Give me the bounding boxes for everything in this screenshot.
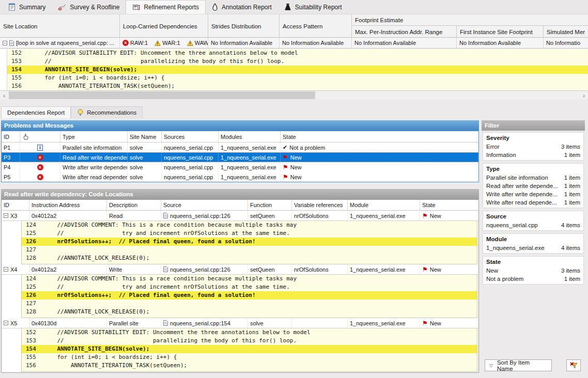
code-line-128: 128 //ANNOTATE_LOCK_RELEASE(0);: [22, 254, 477, 262]
filter-item-label: Not a problem: [486, 276, 523, 282]
location-state: New: [420, 318, 478, 328]
problem-severity-cell: [20, 172, 60, 182]
code-line-153: 153 // parallelizing the body of this fo…: [22, 337, 477, 345]
filter-item-label: Read after write depende...: [486, 183, 558, 189]
collapse-X4-button[interactable]: [4, 267, 8, 272]
line-number: 153: [7, 57, 31, 66]
sort-by-item-name-button[interactable]: Sort By Item Name: [485, 359, 552, 371]
col-max-per-instruction-addr-range[interactable]: Max. Per-Instruction Addr. Range: [352, 26, 457, 38]
problem-state: Not a problem: [281, 143, 478, 152]
col-loop-carried-dependencies[interactable]: Loop-Carried Dependencies: [120, 14, 208, 38]
code-text: //ADVISOR SUITABILITY EDIT: Uncomment th…: [43, 328, 311, 337]
filter-item-label: Write after write depende...: [486, 191, 558, 197]
code-text: //ANNOTATE_LOCK_RELEASE(0);: [43, 308, 149, 316]
problem-source: nqueens_serial.cpp: [162, 172, 219, 182]
problem-site-name: solve: [128, 152, 162, 162]
horizontal-scrollbar[interactable]: ‹ ›: [0, 91, 588, 100]
col-id[interactable]: ID: [2, 131, 20, 142]
col-site-name[interactable]: Site Name: [128, 131, 162, 142]
col-access-pattern[interactable]: Access Pattern: [280, 14, 352, 38]
filter-item-information[interactable]: Information1 item: [483, 151, 583, 159]
refinement-reports-icon: [132, 4, 140, 11]
tab-label: Suitability Report: [295, 4, 342, 11]
function: solve: [248, 318, 292, 328]
problem-row-P1[interactable]: P1Parallel site informationsolvenqueens_…: [2, 143, 478, 152]
col-id[interactable]: ID: [2, 200, 29, 210]
problem-site-name: solve: [128, 172, 162, 182]
site-row[interactable]: [loop in solve at nqueens_serial.cpp: ..…: [0, 38, 588, 49]
filter-item-new[interactable]: New3 items: [483, 266, 583, 275]
code-line-152: 152 //ADVISOR SUITABILITY EDIT: Uncommen…: [22, 328, 477, 337]
code-line-124: 124 //ADVISOR COMMENT: This is a race co…: [22, 221, 477, 229]
col-first-instance-site-footprint[interactable]: First Instance Site Footprint: [457, 26, 544, 38]
code-location-row-X4[interactable]: X40x4012a2Writenqueens_serial.cpp:126set…: [2, 264, 478, 275]
col-module[interactable]: Module: [348, 200, 420, 210]
state-label: New: [430, 320, 441, 326]
col-function[interactable]: Function: [248, 200, 292, 210]
main-tab-bar: SummarySurvey & RooflineRefinement Repor…: [0, 0, 588, 14]
document-icon: [163, 266, 168, 272]
line-number: 124: [22, 275, 43, 283]
code-location-row-X3[interactable]: X30x4012a2Readnqueens_serial.cpp:126setQ…: [2, 211, 478, 221]
col-simulated-memory-footprint[interactable]: Simulated Mer: [544, 26, 588, 38]
tab-suitability-report[interactable]: Suitability Report: [278, 0, 348, 14]
tab-dependencies-report[interactable]: Dependencies Report: [1, 106, 71, 118]
code-snippet-X5: 152 //ADVISOR SUITABILITY EDIT: Uncommen…: [21, 328, 477, 372]
col-strides-distribution[interactable]: Strides Distribution: [208, 14, 280, 38]
tab-summary[interactable]: Summary: [2, 0, 52, 14]
problem-row-P3[interactable]: P3Read after write dependencysolvenqueen…: [2, 152, 478, 162]
tab-label: Annotation Report: [222, 4, 272, 11]
description: Write: [107, 264, 161, 274]
problem-module: 1_nqueens_serial.exe: [219, 143, 281, 152]
col-state[interactable]: State: [281, 131, 478, 142]
tab-annotation-report[interactable]: Annotation Report: [206, 0, 278, 14]
line-number: 154: [22, 345, 43, 353]
problem-row-P4[interactable]: P4Write after write dependencysolvenquee…: [2, 162, 478, 172]
col-variable-references[interactable]: Variable references: [292, 200, 348, 210]
scrollbar-thumb[interactable]: [9, 91, 315, 99]
tab-recommendations[interactable]: Recommendations: [71, 106, 143, 118]
col-sources[interactable]: Sources: [162, 131, 219, 142]
filter-item-1-nqueens-serial-exe[interactable]: 1_nqueens_serial.exe4 items: [483, 244, 583, 252]
scroll-left-button[interactable]: ‹: [0, 91, 8, 100]
collapse-X5-button[interactable]: [4, 321, 8, 325]
filter-item-not-a-problem[interactable]: Not a problem1 item: [483, 275, 583, 283]
code-text: ANNOTATE_SITE_BEGIN(solve);: [43, 345, 149, 353]
filter-item-count: 1 item: [564, 183, 580, 189]
line-number: 154: [7, 66, 31, 74]
col-site-location[interactable]: Site Location: [0, 14, 120, 38]
location-source: nqueens_serial.cpp:126: [161, 211, 248, 220]
problem-row-P5[interactable]: P5Write after read dependencysolvenqueen…: [2, 172, 478, 182]
filter-item-write-after-write-depende[interactable]: Write after write depende...1 item: [483, 190, 583, 198]
survey-roofline-icon: [58, 3, 66, 11]
filter-item-read-after-write-depende[interactable]: Read after write depende...1 item: [483, 182, 583, 190]
col-description[interactable]: Description: [107, 200, 161, 210]
scroll-right-button[interactable]: ›: [580, 91, 588, 100]
filter-item-label: nqueens_serial.cpp: [486, 222, 538, 228]
line-number: 125: [22, 283, 43, 291]
tab-refinement-reports[interactable]: Refinement Reports: [126, 0, 206, 14]
clear-filters-button[interactable]: [566, 359, 581, 371]
col-instruction-address[interactable]: Instruction Address: [29, 200, 107, 210]
code-line-127: 127: [22, 246, 477, 254]
filter-section-type: TypeParallel site information1 itemRead …: [483, 163, 584, 208]
collapse-site-button[interactable]: [3, 41, 7, 45]
col-source[interactable]: Source: [161, 200, 248, 210]
filter-item-error[interactable]: Error3 items: [483, 143, 583, 151]
col-modules[interactable]: Modules: [219, 131, 281, 142]
col-type[interactable]: Type: [60, 131, 128, 142]
filter-item-label: New: [486, 267, 498, 274]
filter-item-write-after-read-depende[interactable]: Write after read depende...1 item: [483, 198, 583, 207]
problems-table: ID Type Site Name Sources Modules State …: [1, 131, 479, 182]
filter-item-nqueens-serial-cpp[interactable]: nqueens_serial.cpp4 items: [483, 221, 583, 229]
filter-section-title: Source: [483, 211, 583, 221]
source-label: nqueens_serial.cpp:126: [170, 266, 230, 273]
filter-item-parallel-site-information[interactable]: Parallel site information1 item: [483, 174, 583, 182]
col-footprint-estimate[interactable]: Footprint Estimate: [352, 14, 588, 26]
col-state[interactable]: State: [420, 200, 478, 210]
collapse-X3-button[interactable]: [4, 213, 8, 218]
code-location-row-X5[interactable]: X50x40130dParallel sitenqueens_serial.cp…: [2, 318, 478, 328]
tab-survey-roofline[interactable]: Survey & Roofline: [52, 0, 126, 14]
problem-site-name: solve: [128, 162, 162, 172]
col-severity[interactable]: [20, 131, 60, 142]
